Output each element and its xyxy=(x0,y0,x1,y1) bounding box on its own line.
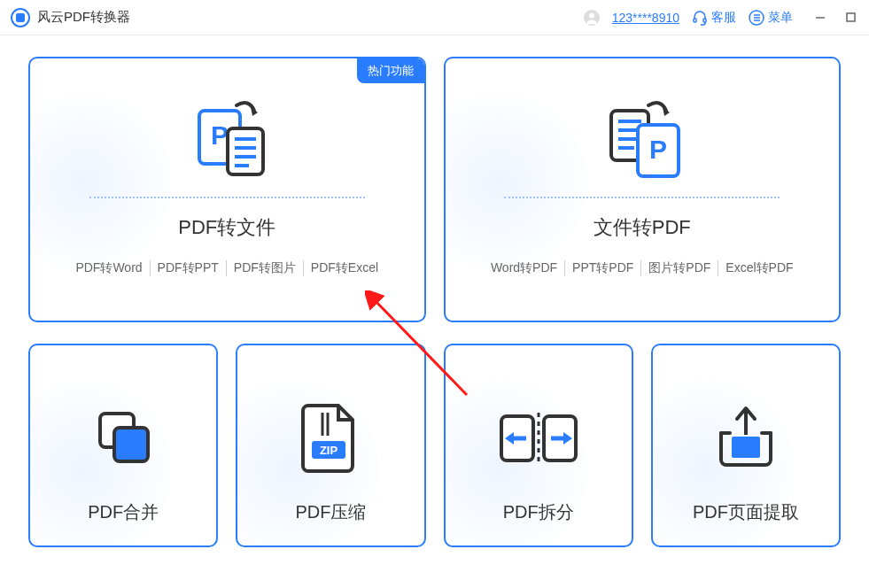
card-title: PDF拆分 xyxy=(503,500,574,524)
minimize-button[interactable] xyxy=(812,10,828,26)
sub-ppt-to-pdf[interactable]: PPT转PDF xyxy=(564,260,640,276)
divider xyxy=(504,197,780,198)
card-file-to-pdf[interactable]: P 文件转PDF Word转PDF PPT转PDF 图片转PDF Excel转P… xyxy=(444,57,842,322)
titlebar: 风云PDF转换器 123****8910 xyxy=(0,0,869,35)
customer-service-button[interactable]: 客服 xyxy=(692,10,736,26)
customer-service-label: 客服 xyxy=(711,10,736,26)
app-logo-icon xyxy=(11,8,30,27)
sub-excel-to-pdf[interactable]: Excel转PDF xyxy=(718,260,800,276)
card-pdf-compress[interactable]: ZIP PDF压缩 xyxy=(236,344,425,547)
pdf-extract-icon xyxy=(710,394,781,483)
pdf-compress-icon: ZIP xyxy=(299,394,361,483)
file-to-pdf-sublist: Word转PDF PPT转PDF 图片转PDF Excel转PDF xyxy=(484,260,801,276)
svg-rect-9 xyxy=(847,13,855,21)
sub-word-to-pdf[interactable]: Word转PDF xyxy=(484,260,564,276)
pdf-to-file-sublist: PDF转Word PDF转PPT PDF转图片 PDF转Excel xyxy=(68,260,385,276)
svg-rect-2 xyxy=(694,19,696,22)
user-id-link[interactable]: 123****8910 xyxy=(612,11,679,25)
svg-point-1 xyxy=(589,12,594,18)
file-to-pdf-icon: P xyxy=(594,94,691,191)
card-pdf-extract[interactable]: PDF页面提取 xyxy=(651,344,841,547)
svg-rect-27 xyxy=(114,428,148,461)
bottom-row: PDF合并 ZIP PDF压缩 xyxy=(28,344,841,547)
svg-rect-3 xyxy=(703,19,706,22)
top-row: 热门功能 P PDF转文件 xyxy=(28,57,841,322)
pdf-merge-icon xyxy=(88,394,159,483)
sub-pdf-to-word[interactable]: PDF转Word xyxy=(68,260,149,276)
card-title: PDF压缩 xyxy=(295,500,366,524)
content-area: 热门功能 P PDF转文件 xyxy=(0,35,869,569)
svg-rect-41 xyxy=(732,437,760,458)
divider xyxy=(89,197,365,198)
card-pdf-to-file[interactable]: 热门功能 P PDF转文件 xyxy=(28,57,426,322)
svg-text:ZIP: ZIP xyxy=(320,444,338,457)
app-title: 风云PDF转换器 xyxy=(37,9,130,26)
hot-badge: 热门功能 xyxy=(357,58,424,83)
card-pdf-merge[interactable]: PDF合并 xyxy=(28,344,218,547)
pdf-to-file-icon: P xyxy=(178,94,275,191)
titlebar-right: 123****8910 客服 xyxy=(584,10,858,26)
card-pdf-split[interactable]: PDF拆分 xyxy=(444,344,633,547)
card-title: PDF合并 xyxy=(88,500,159,524)
headset-icon xyxy=(692,10,708,26)
sub-pdf-to-excel[interactable]: PDF转Excel xyxy=(303,260,385,276)
svg-text:P: P xyxy=(649,135,667,164)
sub-pdf-to-ppt[interactable]: PDF转PPT xyxy=(150,260,226,276)
app-window: 风云PDF转换器 123****8910 xyxy=(0,0,869,588)
pdf-split-icon xyxy=(494,394,583,483)
menu-list-icon xyxy=(749,10,764,26)
card-title: PDF转文件 xyxy=(178,214,275,241)
menu-button[interactable]: 菜单 xyxy=(749,10,793,26)
svg-rect-13 xyxy=(228,128,263,174)
menu-label: 菜单 xyxy=(768,10,793,26)
card-title: 文件转PDF xyxy=(594,214,691,241)
card-title: PDF页面提取 xyxy=(693,500,799,524)
sub-pdf-to-image[interactable]: PDF转图片 xyxy=(226,260,303,276)
sub-image-to-pdf[interactable]: 图片转PDF xyxy=(640,260,718,276)
avatar-icon[interactable] xyxy=(584,10,600,26)
window-controls xyxy=(812,10,858,26)
maximize-button[interactable] xyxy=(842,10,858,26)
titlebar-left: 风云PDF转换器 xyxy=(11,8,130,27)
